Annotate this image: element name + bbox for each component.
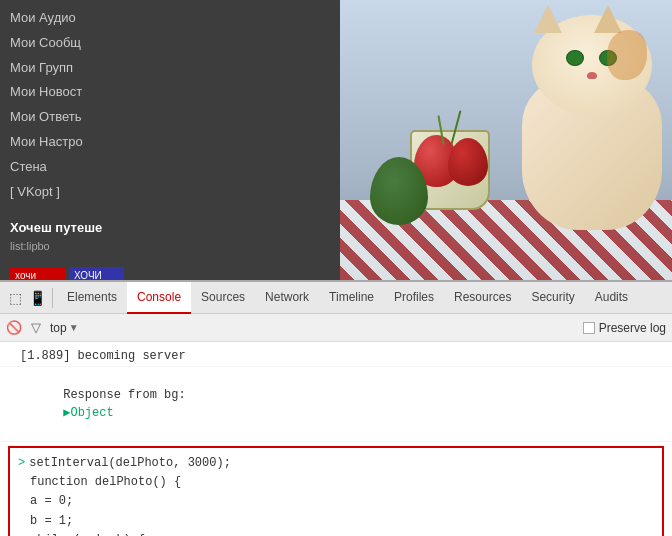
right-image-area [340, 0, 672, 280]
cat-area [472, 0, 672, 240]
tab-elements[interactable]: Elements [57, 282, 127, 314]
tab-timeline[interactable]: Timeline [319, 282, 384, 314]
promo-title: Хочеш путеше [10, 218, 330, 238]
sidebar-item-audio[interactable]: Мои Аудио [10, 8, 330, 29]
toolbar-separator [52, 288, 53, 308]
tab-network[interactable]: Network [255, 282, 319, 314]
code-prompt-arrow: > [18, 454, 25, 473]
preserve-log-area: Preserve log [583, 321, 666, 335]
tab-console[interactable]: Console [127, 282, 191, 314]
code-text-3: b = 1; [30, 512, 73, 531]
cat-ear-left [534, 5, 562, 33]
image-placeholder [340, 0, 672, 280]
cat-eye-left [566, 50, 584, 66]
context-label: top [50, 321, 67, 335]
promo-banner[interactable]: хочи птша [10, 267, 65, 280]
cat-ear-right [594, 5, 622, 33]
code-line-4: while (a != b) { [18, 531, 654, 536]
code-line-2: a = 0; [18, 492, 654, 511]
console-line-becoming-server: [1.889] becoming server [0, 346, 672, 367]
sidebar-item-wall[interactable]: Стена [10, 157, 330, 178]
console-output: [1.889] becoming server Response from bg… [0, 342, 672, 536]
sidebar-item-answers[interactable]: Мои Ответь [10, 107, 330, 128]
code-text-1: function delPhoto() { [30, 473, 181, 492]
preserve-log-label: Preserve log [599, 321, 666, 335]
left-sidebar: Мои Аудио Мои Сообщ Мои Групп Мои Новост… [0, 0, 340, 280]
sidebar-item-messages[interactable]: Мои Сообщ [10, 33, 330, 54]
promo-banner2[interactable]: ХОЧИ птша [69, 267, 124, 280]
sidebar-item-vkopt[interactable]: [ VKopt ] [10, 182, 330, 203]
code-text-0: setInterval(delPhoto, 3000); [29, 454, 231, 473]
code-text-2: a = 0; [30, 492, 73, 511]
tab-audits[interactable]: Audits [585, 282, 638, 314]
clear-console-icon[interactable]: 🚫 [6, 320, 22, 336]
code-line-3: b = 1; [18, 512, 654, 531]
response-object[interactable]: ▶Object [63, 406, 113, 420]
filter-icon[interactable]: ▽ [28, 320, 44, 336]
devtools-mobile-icon[interactable]: 📱 [26, 287, 48, 309]
context-dropdown[interactable]: top ▼ [50, 321, 79, 335]
sidebar-item-news[interactable]: Мои Новост [10, 82, 330, 103]
console-filter-bar: 🚫 ▽ top ▼ Preserve log [0, 314, 672, 342]
cat-nose [587, 72, 597, 79]
response-text: Response from bg: [63, 388, 193, 402]
code-block-container: > setInterval(delPhoto, 3000); function … [0, 446, 672, 536]
tab-resources[interactable]: Resources [444, 282, 521, 314]
code-block: > setInterval(delPhoto, 3000); function … [8, 446, 664, 536]
sidebar-item-groups[interactable]: Мои Групп [10, 58, 330, 79]
dropdown-arrow-icon: ▼ [69, 322, 79, 333]
sidebar-item-settings[interactable]: Мои Настро [10, 132, 330, 153]
tab-profiles[interactable]: Profiles [384, 282, 444, 314]
devtools-toolbar: ⬚ 📱 Elements Console Sources Network Tim… [0, 282, 672, 314]
cat-patch [607, 30, 647, 80]
devtools-panel: ⬚ 📱 Elements Console Sources Network Tim… [0, 280, 672, 536]
tab-sources[interactable]: Sources [191, 282, 255, 314]
tab-security[interactable]: Security [521, 282, 584, 314]
code-text-4: while (a != b) { [30, 531, 145, 536]
webpage-area: Мои Аудио Мои Сообщ Мои Групп Мои Новост… [0, 0, 672, 280]
promo-sub: list:lipbo [10, 238, 330, 256]
code-line-0: > setInterval(delPhoto, 3000); [18, 454, 654, 473]
code-line-1: function delPhoto() { [18, 473, 654, 492]
devtools-inspect-icon[interactable]: ⬚ [4, 287, 26, 309]
preserve-log-checkbox[interactable] [583, 322, 595, 334]
console-line-response: Response from bg: ▶Object [0, 367, 672, 442]
